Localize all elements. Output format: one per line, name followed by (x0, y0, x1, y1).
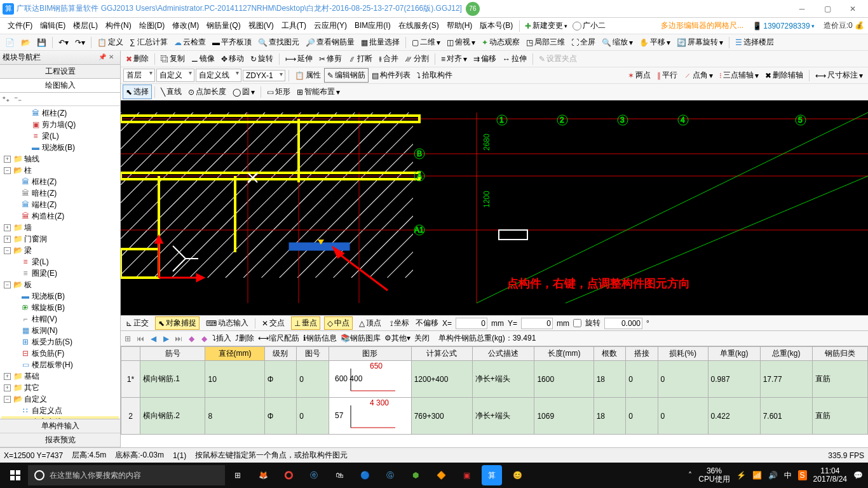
app-ggj-icon[interactable]: 算 (482, 465, 502, 485)
tree-node[interactable]: ▣剪力墙(Q) (1, 119, 119, 130)
next2-icon[interactable]: ◆ (200, 334, 208, 343)
local-3d-button[interactable]: ◳局部三维 (524, 36, 567, 49)
perp-snap[interactable]: ⊥垂点 (291, 316, 320, 330)
tree-node[interactable]: 🏛构造柱(Z) (1, 210, 119, 222)
app-store-icon[interactable]: 🛍 (327, 463, 352, 488)
break-button[interactable]: ⫽打断 (346, 52, 375, 65)
copy-button[interactable]: ⿻复制 (158, 52, 187, 65)
select-floor-button[interactable]: ☰选择楼层 (733, 36, 776, 49)
prev-icon[interactable]: ◀ (149, 334, 158, 343)
other-button[interactable]: ⚙其他▾ (384, 333, 410, 344)
menu-item[interactable]: 钢筋量(Q) (203, 19, 244, 32)
tree-node[interactable]: −📂梁 (1, 245, 119, 256)
tree-node[interactable]: ⌐柱帽(V) (1, 313, 119, 325)
vertex-snap[interactable]: △顶点 (356, 317, 384, 329)
cpu-meter[interactable]: 36%CPU使用 (698, 467, 729, 484)
scale-rebar-button[interactable]: ⟷缩尺配筋 (258, 333, 299, 344)
circle-button[interactable]: ◯圆▾ (230, 85, 257, 98)
find-elem-button[interactable]: 🔍查找图元 (255, 36, 302, 49)
join-button[interactable]: ⫵合并 (376, 52, 401, 65)
tray-expand-icon[interactable]: ˄ (688, 471, 692, 480)
menu-item[interactable]: 编辑(E) (36, 19, 69, 32)
next-icon[interactable]: ▶ (161, 334, 170, 343)
delete-button[interactable]: ✖删除 (123, 52, 151, 65)
tree-node[interactable]: ∷自定义点 (1, 405, 119, 416)
tree-node[interactable]: ⊟板负筋(F) (1, 348, 119, 359)
menu-item[interactable]: 云应用(Y) (310, 19, 351, 32)
menu-item[interactable]: 帮助(H) (443, 19, 477, 32)
zoom-button[interactable]: 🔍缩放▾ (599, 36, 635, 49)
col-config-icon[interactable]: ⊞ (123, 334, 132, 343)
rebar-grid[interactable]: 筋号直径(mm)级别图号图形计算公式公式描述长度(mm)根数搭接损耗(%)单重(… (121, 346, 868, 447)
batch-select-button[interactable]: ▦批量选择 (358, 36, 402, 49)
tab-single-component[interactable]: 单构件输入 (0, 419, 120, 433)
clock[interactable]: 11:042017/8/24 (813, 467, 847, 484)
expand-all-icon[interactable]: ⁺₊ (2, 95, 10, 104)
pan-button[interactable]: ✋平移▾ (637, 36, 673, 49)
split-button[interactable]: ⫻分割 (402, 52, 431, 65)
drawing-canvas[interactable]: 1 2 3 4 5 B A A1 2680 1200 点构件，右键，点调整构件图… (121, 100, 868, 315)
offset-mode[interactable]: 不偏移 (416, 318, 438, 329)
extend-button[interactable]: ⟼延伸 (283, 52, 315, 65)
tree-node[interactable]: 🏛暗柱(Z) (1, 187, 119, 199)
property-button[interactable]: 📋属性 (292, 69, 323, 82)
tree-node[interactable]: 🏛端柱(Z) (1, 199, 119, 210)
app-generic4-icon[interactable]: 🔶 (428, 463, 454, 488)
tree-node[interactable]: ≡圈梁(E) (1, 268, 119, 279)
rotate-checkbox[interactable] (573, 319, 581, 327)
menu-item[interactable]: 绘图(D) (135, 19, 169, 32)
tree-node[interactable]: ֍螺旋板(B) (1, 302, 119, 313)
menu-item[interactable]: 工具(T) (278, 19, 310, 32)
user-button[interactable]: 广小二 (570, 19, 608, 32)
menu-item[interactable]: 楼层(L) (69, 19, 102, 32)
parallel-button[interactable]: ∥平行 (654, 69, 680, 82)
baseline-snap[interactable]: ⟟坐标 (388, 317, 412, 329)
rebar-info-button[interactable]: ℹ钢筋信息 (303, 333, 337, 344)
start-button[interactable] (0, 463, 31, 488)
tree-node[interactable]: ▭楼层板带(H) (1, 359, 119, 370)
tray-network-icon[interactable]: 📶 (752, 471, 762, 480)
tree-node[interactable]: +📁墙 (1, 222, 119, 233)
type-select[interactable]: 自定义线 (196, 69, 241, 82)
dimension-button[interactable]: ⟷尺寸标注▾ (813, 69, 865, 82)
tree-node[interactable]: −📂自定义 (1, 393, 119, 405)
last-icon[interactable]: ⏭ (174, 334, 183, 343)
tab-report-preview[interactable]: 报表预览 (0, 433, 120, 447)
maximize-button[interactable]: ▢ (815, 1, 840, 17)
smart-layout-button[interactable]: ⊞智能布置▾ (294, 85, 342, 98)
delete-row-button[interactable]: ⤴删除 (235, 333, 254, 344)
view-rebar-button[interactable]: 🔎查看钢筋量 (303, 36, 357, 49)
menu-item[interactable]: 版本号(B) (476, 19, 517, 32)
app-generic1-icon[interactable]: 🔵 (352, 463, 377, 488)
app-firefox-icon[interactable]: 🦊 (250, 463, 276, 488)
dynamic-view-button[interactable]: ✦动态观察 (479, 36, 522, 49)
y-offset-input[interactable] (521, 318, 553, 329)
phone-button[interactable]: 📱13907298339▾ (750, 20, 817, 32)
comp-list-button[interactable]: ▤构件列表 (369, 69, 413, 82)
app-generic2-icon[interactable]: Ⓖ (377, 463, 403, 488)
close-table-button[interactable]: 关闭 (414, 333, 430, 344)
tree-node[interactable]: ▦板洞(N) (1, 325, 119, 336)
save-file-icon[interactable]: 💾 (34, 37, 49, 48)
insert-row-button[interactable]: ⤵插入 (212, 333, 231, 344)
trim-button[interactable]: ✂修剪 (316, 52, 344, 65)
cloud-check-button[interactable]: ☁云检查 (172, 36, 208, 49)
tab-project-settings[interactable]: 工程设置 (0, 65, 120, 79)
notification-badge[interactable]: 76 (466, 2, 480, 16)
menu-item[interactable]: 文件(F) (4, 19, 36, 32)
search-box[interactable]: 在这里输入你要搜索的内容 (28, 465, 225, 485)
cross-snap[interactable]: ✕交点 (259, 317, 287, 329)
tray-sogou-icon[interactable]: S (798, 470, 807, 480)
point-len-button[interactable]: ⊙点加长度 (186, 85, 229, 98)
action-center-icon[interactable]: 💬 (853, 471, 863, 480)
new-change-button[interactable]: ✚新建变更▾ (522, 19, 570, 32)
app-generic5-icon[interactable]: ▣ (454, 463, 479, 488)
tree-node[interactable]: +📁基础 (1, 370, 119, 382)
flat-top-button[interactable]: ▬平齐板顶 (210, 36, 254, 49)
tree-node[interactable]: −📂柱 (1, 165, 119, 176)
close-button[interactable]: ✕ (840, 1, 865, 17)
menu-item[interactable]: 修改(M) (168, 19, 203, 32)
screen-rotate-button[interactable]: 🔄屏幕旋转▾ (674, 36, 726, 49)
pick-comp-button[interactable]: ⤵拾取构件 (414, 69, 455, 82)
align-button[interactable]: ≡对齐▾ (438, 52, 470, 65)
